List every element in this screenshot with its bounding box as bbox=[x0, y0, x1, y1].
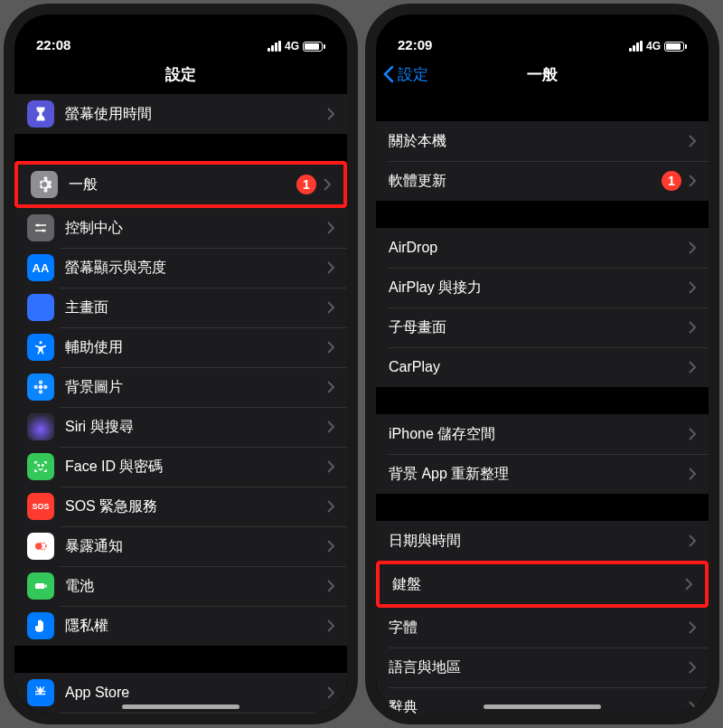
nav-bar: 設定 一般 bbox=[376, 54, 709, 94]
nav-bar: 設定 bbox=[14, 54, 347, 94]
row-battery[interactable]: 電池 bbox=[14, 566, 347, 606]
row-label: AirPlay 與接力 bbox=[389, 279, 689, 298]
row-display[interactable]: AA 螢幕顯示與亮度 bbox=[14, 248, 347, 288]
row-wallpaper[interactable]: 背景圖片 bbox=[14, 367, 347, 407]
page-title: 一般 bbox=[527, 64, 558, 85]
row-dictionary[interactable]: 辭典 bbox=[376, 687, 709, 714]
row-general[interactable]: 一般 1 bbox=[18, 165, 343, 204]
battery-icon bbox=[664, 42, 687, 52]
highlight-general: 一般 1 bbox=[14, 161, 347, 208]
svg-point-8 bbox=[34, 385, 39, 390]
row-label: 主畫面 bbox=[65, 298, 327, 317]
face-id-icon bbox=[27, 453, 54, 480]
chevron-icon bbox=[689, 468, 696, 480]
network-label: 4G bbox=[285, 40, 299, 52]
svg-rect-14 bbox=[35, 583, 45, 589]
row-background-refresh[interactable]: 背景 App 重新整理 bbox=[376, 454, 709, 494]
chevron-icon bbox=[327, 222, 334, 234]
row-screen-time[interactable]: 螢幕使用時間 bbox=[14, 94, 347, 134]
row-label: Siri 與搜尋 bbox=[65, 418, 327, 437]
home-indicator[interactable] bbox=[484, 704, 601, 709]
svg-point-10 bbox=[38, 465, 40, 467]
row-airplay[interactable]: AirPlay 與接力 bbox=[376, 268, 709, 307]
chevron-icon bbox=[327, 108, 334, 120]
row-fonts[interactable]: 字體 bbox=[376, 608, 709, 648]
chevron-icon bbox=[327, 540, 334, 553]
row-label: 一般 bbox=[69, 175, 296, 194]
row-face-id[interactable]: Face ID 與密碼 bbox=[14, 447, 347, 487]
row-control-center[interactable]: 控制中心 bbox=[14, 208, 347, 248]
highlight-keyboard: 鍵盤 bbox=[376, 561, 709, 608]
svg-point-12 bbox=[35, 543, 42, 550]
row-language[interactable]: 語言與地區 bbox=[376, 648, 709, 687]
phone-right: 22:09 4G 設定 一般 關於本機 軟體更新 1 bbox=[365, 4, 719, 724]
gear-icon bbox=[31, 171, 58, 198]
sliders-icon bbox=[27, 214, 54, 241]
row-privacy[interactable]: 隱私權 bbox=[14, 606, 347, 646]
chevron-icon bbox=[689, 428, 696, 440]
chevron-icon bbox=[327, 381, 334, 393]
row-label: 背景 App 重新整理 bbox=[389, 465, 689, 484]
general-list[interactable]: 關於本機 軟體更新 1 AirDrop AirPlay 與接力 子母畫面 bbox=[376, 94, 709, 714]
svg-rect-15 bbox=[45, 585, 47, 588]
row-date-time[interactable]: 日期與時間 bbox=[376, 521, 709, 561]
row-label: 背景圖片 bbox=[65, 378, 327, 397]
svg-point-6 bbox=[39, 381, 43, 385]
chevron-icon bbox=[689, 534, 696, 547]
battery-icon bbox=[27, 572, 54, 600]
row-label: SOS 緊急服務 bbox=[65, 497, 327, 516]
chevron-icon bbox=[327, 580, 334, 592]
row-sos[interactable]: SOS SOS 緊急服務 bbox=[14, 487, 347, 526]
row-software-update[interactable]: 軟體更新 1 bbox=[376, 161, 709, 201]
battery-icon bbox=[303, 42, 325, 52]
row-airdrop[interactable]: AirDrop bbox=[376, 228, 709, 268]
chevron-icon bbox=[327, 500, 334, 513]
row-storage[interactable]: iPhone 儲存空間 bbox=[376, 414, 709, 454]
row-carplay[interactable]: CarPlay bbox=[376, 347, 709, 387]
chevron-icon bbox=[327, 619, 334, 632]
row-exposure[interactable]: 暴露通知 bbox=[14, 526, 347, 566]
hourglass-icon bbox=[27, 100, 54, 128]
row-label: 日期與時間 bbox=[389, 532, 689, 551]
chevron-icon bbox=[689, 281, 696, 294]
accessibility-icon bbox=[27, 334, 54, 361]
badge: 1 bbox=[662, 171, 681, 191]
row-wallet[interactable]: 錢包與 Apple Pay bbox=[14, 713, 347, 714]
row-siri[interactable]: Siri 與搜尋 bbox=[14, 407, 347, 447]
row-label: 控制中心 bbox=[65, 219, 327, 238]
grid-icon bbox=[27, 294, 54, 321]
sos-icon: SOS bbox=[27, 493, 54, 520]
row-label: 子母畫面 bbox=[389, 318, 689, 337]
status-time: 22:09 bbox=[398, 37, 432, 52]
chevron-icon bbox=[685, 578, 692, 591]
chevron-icon bbox=[689, 321, 696, 334]
svg-point-5 bbox=[39, 385, 43, 390]
row-keyboard[interactable]: 鍵盤 bbox=[380, 564, 705, 604]
svg-rect-1 bbox=[35, 224, 46, 226]
row-home-screen[interactable]: 主畫面 bbox=[14, 288, 347, 327]
row-label: 軟體更新 bbox=[389, 172, 662, 191]
chevron-icon bbox=[689, 241, 696, 254]
status-right: 4G bbox=[268, 40, 325, 52]
svg-rect-3 bbox=[35, 230, 46, 232]
row-label: App Store bbox=[65, 685, 327, 701]
page-title: 設定 bbox=[165, 64, 196, 85]
row-pip[interactable]: 子母畫面 bbox=[376, 307, 709, 347]
row-label: Face ID 與密碼 bbox=[65, 458, 327, 477]
row-about[interactable]: 關於本機 bbox=[376, 121, 709, 161]
row-label: 鍵盤 bbox=[392, 575, 685, 594]
text-size-icon: AA bbox=[27, 254, 54, 281]
back-label: 設定 bbox=[398, 64, 428, 85]
row-label: 語言與地區 bbox=[389, 658, 689, 677]
chevron-icon bbox=[689, 135, 696, 147]
home-indicator[interactable] bbox=[122, 704, 239, 709]
row-label: 螢幕顯示與亮度 bbox=[65, 259, 327, 278]
settings-list[interactable]: 螢幕使用時間 一般 1 控制中心 bbox=[14, 94, 347, 714]
hand-icon bbox=[27, 612, 54, 639]
notch bbox=[104, 14, 258, 38]
chevron-icon bbox=[689, 621, 696, 634]
chevron-icon bbox=[327, 341, 334, 354]
row-label: 輔助使用 bbox=[65, 338, 327, 357]
back-button[interactable]: 設定 bbox=[383, 54, 428, 94]
row-accessibility[interactable]: 輔助使用 bbox=[14, 327, 347, 367]
